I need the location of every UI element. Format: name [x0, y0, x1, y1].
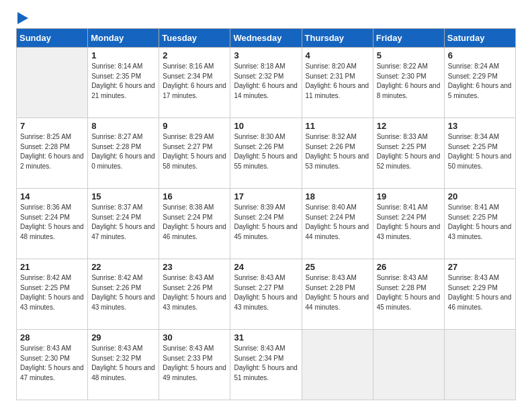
day-info: Sunrise: 8:43 AMSunset: 2:30 PMDaylight:… [20, 344, 84, 383]
calendar-cell: 14Sunrise: 8:36 AMSunset: 2:24 PMDayligh… [17, 189, 88, 259]
calendar-table: SundayMondayTuesdayWednesdayThursdayFrid… [16, 28, 516, 400]
calendar-cell [444, 330, 515, 400]
calendar-cell: 23Sunrise: 8:43 AMSunset: 2:26 PMDayligh… [159, 259, 230, 330]
day-info: Sunrise: 8:37 AMSunset: 2:24 PMDaylight:… [91, 203, 155, 242]
day-info: Sunrise: 8:14 AMSunset: 2:35 PMDaylight:… [91, 62, 155, 101]
day-number: 17 [234, 191, 298, 201]
day-info: Sunrise: 8:27 AMSunset: 2:28 PMDaylight:… [91, 132, 155, 171]
header [16, 13, 516, 21]
calendar-week-2: 7Sunrise: 8:25 AMSunset: 2:28 PMDaylight… [17, 118, 516, 189]
day-number: 10 [234, 121, 298, 131]
day-number: 4 [306, 50, 369, 60]
weekday-header-friday: Friday [373, 29, 444, 48]
calendar-cell: 12Sunrise: 8:33 AMSunset: 2:25 PMDayligh… [373, 118, 444, 189]
day-info: Sunrise: 8:39 AMSunset: 2:24 PMDaylight:… [234, 203, 298, 242]
day-number: 28 [20, 332, 84, 342]
calendar-cell [302, 330, 373, 400]
weekday-header-thursday: Thursday [302, 29, 373, 48]
calendar-cell: 10Sunrise: 8:30 AMSunset: 2:26 PMDayligh… [230, 118, 302, 189]
weekday-header-monday: Monday [88, 29, 159, 48]
day-info: Sunrise: 8:16 AMSunset: 2:34 PMDaylight:… [163, 62, 226, 101]
calendar-cell: 21Sunrise: 8:42 AMSunset: 2:25 PMDayligh… [17, 259, 88, 330]
day-info: Sunrise: 8:33 AMSunset: 2:25 PMDaylight:… [377, 132, 441, 171]
day-number: 29 [91, 332, 155, 342]
day-number: 5 [377, 50, 441, 60]
day-info: Sunrise: 8:43 AMSunset: 2:26 PMDaylight:… [163, 273, 226, 312]
day-number: 14 [20, 191, 84, 201]
calendar-cell: 8Sunrise: 8:27 AMSunset: 2:28 PMDaylight… [88, 118, 159, 189]
day-number: 2 [163, 50, 226, 60]
day-info: Sunrise: 8:43 AMSunset: 2:32 PMDaylight:… [91, 344, 155, 383]
day-info: Sunrise: 8:43 AMSunset: 2:34 PMDaylight:… [234, 344, 298, 383]
calendar-week-5: 28Sunrise: 8:43 AMSunset: 2:30 PMDayligh… [17, 330, 516, 400]
logo-triangle-icon [17, 12, 28, 24]
day-number: 27 [448, 262, 512, 272]
weekday-row: SundayMondayTuesdayWednesdayThursdayFrid… [17, 29, 516, 48]
calendar-cell: 17Sunrise: 8:39 AMSunset: 2:24 PMDayligh… [230, 189, 302, 259]
calendar-cell: 22Sunrise: 8:42 AMSunset: 2:26 PMDayligh… [88, 259, 159, 330]
day-info: Sunrise: 8:22 AMSunset: 2:30 PMDaylight:… [377, 62, 441, 101]
day-number: 20 [448, 191, 512, 201]
day-number: 19 [377, 191, 441, 201]
day-number: 13 [448, 121, 512, 131]
day-info: Sunrise: 8:34 AMSunset: 2:25 PMDaylight:… [448, 132, 512, 171]
calendar-cell: 16Sunrise: 8:38 AMSunset: 2:24 PMDayligh… [159, 189, 230, 259]
calendar-week-1: 1Sunrise: 8:14 AMSunset: 2:35 PMDaylight… [17, 48, 516, 118]
day-number: 24 [234, 262, 298, 272]
day-info: Sunrise: 8:43 AMSunset: 2:27 PMDaylight:… [234, 273, 298, 312]
calendar-cell: 20Sunrise: 8:41 AMSunset: 2:25 PMDayligh… [444, 189, 515, 259]
day-number: 3 [234, 50, 298, 60]
calendar-week-3: 14Sunrise: 8:36 AMSunset: 2:24 PMDayligh… [17, 189, 516, 259]
day-info: Sunrise: 8:24 AMSunset: 2:29 PMDaylight:… [448, 62, 512, 101]
day-number: 1 [91, 50, 155, 60]
calendar-body: 1Sunrise: 8:14 AMSunset: 2:35 PMDaylight… [17, 48, 516, 400]
day-info: Sunrise: 8:42 AMSunset: 2:25 PMDaylight:… [20, 273, 84, 312]
day-info: Sunrise: 8:32 AMSunset: 2:26 PMDaylight:… [306, 132, 369, 171]
day-info: Sunrise: 8:43 AMSunset: 2:28 PMDaylight:… [306, 273, 369, 312]
calendar-header: SundayMondayTuesdayWednesdayThursdayFrid… [17, 29, 516, 48]
day-number: 30 [163, 332, 226, 342]
day-number: 11 [306, 121, 369, 131]
day-info: Sunrise: 8:43 AMSunset: 2:29 PMDaylight:… [448, 273, 512, 312]
day-number: 8 [91, 121, 155, 131]
day-number: 15 [91, 191, 155, 201]
day-info: Sunrise: 8:40 AMSunset: 2:24 PMDaylight:… [306, 203, 369, 242]
page: SundayMondayTuesdayWednesdayThursdayFrid… [0, 0, 532, 411]
logo [16, 13, 28, 21]
day-number: 26 [377, 262, 441, 272]
calendar-cell: 7Sunrise: 8:25 AMSunset: 2:28 PMDaylight… [17, 118, 88, 189]
calendar-cell: 2Sunrise: 8:16 AMSunset: 2:34 PMDaylight… [159, 48, 230, 118]
day-number: 7 [20, 121, 84, 131]
day-info: Sunrise: 8:41 AMSunset: 2:25 PMDaylight:… [448, 203, 512, 242]
day-info: Sunrise: 8:43 AMSunset: 2:28 PMDaylight:… [377, 273, 441, 312]
calendar-cell: 26Sunrise: 8:43 AMSunset: 2:28 PMDayligh… [373, 259, 444, 330]
calendar-cell: 19Sunrise: 8:41 AMSunset: 2:24 PMDayligh… [373, 189, 444, 259]
calendar-week-4: 21Sunrise: 8:42 AMSunset: 2:25 PMDayligh… [17, 259, 516, 330]
weekday-header-saturday: Saturday [444, 29, 515, 48]
calendar-cell: 6Sunrise: 8:24 AMSunset: 2:29 PMDaylight… [444, 48, 515, 118]
calendar-cell: 3Sunrise: 8:18 AMSunset: 2:32 PMDaylight… [230, 48, 302, 118]
day-number: 6 [448, 50, 512, 60]
calendar-cell: 28Sunrise: 8:43 AMSunset: 2:30 PMDayligh… [17, 330, 88, 400]
calendar-cell: 15Sunrise: 8:37 AMSunset: 2:24 PMDayligh… [88, 189, 159, 259]
weekday-header-wednesday: Wednesday [230, 29, 302, 48]
day-number: 16 [163, 191, 226, 201]
calendar-cell: 30Sunrise: 8:43 AMSunset: 2:33 PMDayligh… [159, 330, 230, 400]
weekday-header-tuesday: Tuesday [159, 29, 230, 48]
calendar-cell: 31Sunrise: 8:43 AMSunset: 2:34 PMDayligh… [230, 330, 302, 400]
calendar-cell: 13Sunrise: 8:34 AMSunset: 2:25 PMDayligh… [444, 118, 515, 189]
calendar-cell: 27Sunrise: 8:43 AMSunset: 2:29 PMDayligh… [444, 259, 515, 330]
day-info: Sunrise: 8:29 AMSunset: 2:27 PMDaylight:… [163, 132, 226, 171]
day-info: Sunrise: 8:41 AMSunset: 2:24 PMDaylight:… [377, 203, 441, 242]
day-info: Sunrise: 8:25 AMSunset: 2:28 PMDaylight:… [20, 132, 84, 171]
day-number: 22 [91, 262, 155, 272]
day-number: 25 [306, 262, 369, 272]
day-info: Sunrise: 8:38 AMSunset: 2:24 PMDaylight:… [163, 203, 226, 242]
day-number: 31 [234, 332, 298, 342]
day-number: 21 [20, 262, 84, 272]
calendar-cell: 1Sunrise: 8:14 AMSunset: 2:35 PMDaylight… [88, 48, 159, 118]
day-info: Sunrise: 8:30 AMSunset: 2:26 PMDaylight:… [234, 132, 298, 171]
day-number: 18 [306, 191, 369, 201]
calendar-cell: 18Sunrise: 8:40 AMSunset: 2:24 PMDayligh… [302, 189, 373, 259]
day-info: Sunrise: 8:43 AMSunset: 2:33 PMDaylight:… [163, 344, 226, 383]
